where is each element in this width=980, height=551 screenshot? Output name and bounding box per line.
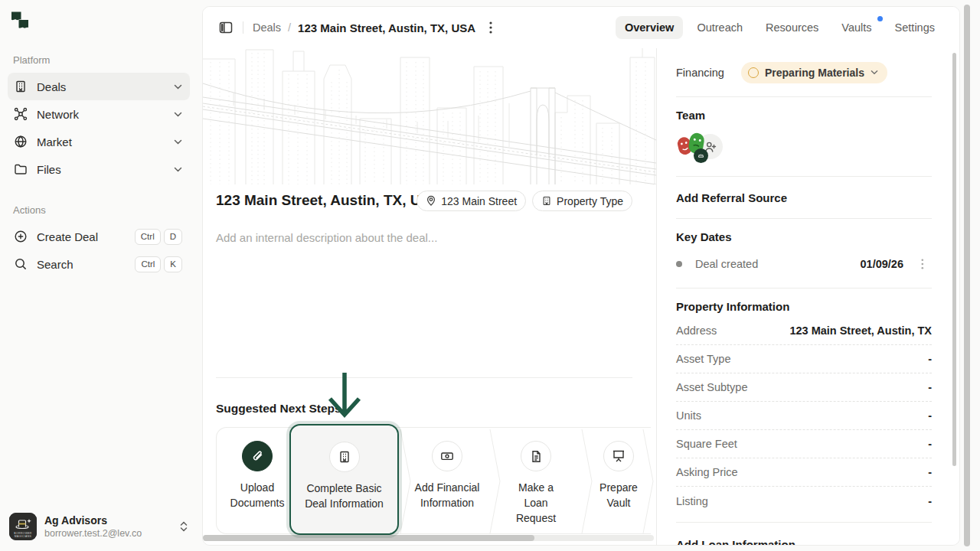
actions-section-label: Actions <box>0 204 201 216</box>
property-row-address: Address 123 Main Street, Austin, TX <box>676 317 932 345</box>
globe-icon <box>14 135 28 148</box>
address-badge-label: 123 Main Street <box>441 195 517 207</box>
sidebar-item-label: Network <box>37 108 174 121</box>
property-row-listing: Listing - <box>676 487 932 515</box>
key-date-value[interactable]: 01/09/26 <box>861 258 903 270</box>
breadcrumb-current: 123 Main Street, Austin, TX, USA <box>298 21 475 34</box>
deal-tabs: Overview Outreach Resources Vaults Setti… <box>616 16 944 39</box>
map-pin-icon <box>426 195 436 207</box>
section-divider <box>216 377 632 378</box>
key-date-menu-button[interactable] <box>913 255 932 273</box>
deal-menu-button[interactable] <box>480 17 501 38</box>
sidebar-item-deals[interactable]: Deals <box>8 73 190 100</box>
add-referral-source-heading: Add Referral Source <box>676 191 787 204</box>
building-icon <box>14 80 28 93</box>
topbar: Deals / 123 Main Street, Austin, TX, USA… <box>203 7 959 48</box>
sidebar-item-label: Market <box>37 135 174 148</box>
chevron-down-icon <box>174 112 182 117</box>
step-label: Prepare Vault <box>592 480 645 510</box>
step-upload-documents[interactable]: Upload Documents <box>217 428 298 535</box>
horizontal-scrollbar-thumb[interactable] <box>203 535 534 541</box>
step-label: Complete Basic Deal Information <box>302 481 387 511</box>
network-icon <box>14 107 28 121</box>
sidebar-section-platform: Platform Deals Network Market <box>0 54 201 183</box>
bullet-icon <box>676 261 682 267</box>
chevron-down-icon <box>871 70 878 75</box>
tab-settings[interactable]: Settings <box>886 16 944 39</box>
chevron-down-icon <box>174 167 182 172</box>
property-information-heading: Property Information <box>676 300 932 313</box>
paperclip-icon <box>242 441 273 471</box>
sidebar: Platform Deals Network Market <box>0 0 201 551</box>
folder-icon <box>14 162 28 176</box>
team-avatars <box>676 132 932 164</box>
arrow-down-annotation <box>325 373 364 426</box>
add-loan-information-heading: Add Loan Information <box>676 538 795 546</box>
team-role-badge-icon <box>694 148 708 163</box>
property-rows: Address 123 Main Street, Austin, TX Asse… <box>676 317 932 515</box>
property-information-section: Property Information Address 123 Main St… <box>676 289 932 523</box>
step-add-financial-information[interactable]: Add Financial Information <box>404 428 490 535</box>
workspace-meta: Ag Advisors borrower.test.2@lev.co <box>44 514 179 540</box>
sidebar-item-network[interactable]: Network <box>8 100 190 128</box>
building-icon <box>541 195 552 207</box>
step-prepare-vault[interactable]: Prepare Vault <box>586 428 652 535</box>
sidebar-item-market[interactable]: Market <box>8 128 190 155</box>
tab-vaults[interactable]: Vaults <box>832 16 880 39</box>
create-deal-shortcut: Ctrl D <box>135 229 182 245</box>
step-label: Make a Loan Request <box>509 480 563 526</box>
workspace-switcher[interactable]: BORROWER MAGICIANS Ag Advisors borrower.… <box>6 508 194 545</box>
presentation-icon <box>603 441 634 471</box>
building-icon <box>329 442 360 472</box>
create-deal-label: Create Deal <box>37 230 135 243</box>
tab-outreach[interactable]: Outreach <box>688 16 752 39</box>
team-heading: Team <box>676 109 932 122</box>
search-button[interactable]: Search Ctrl K <box>8 250 190 278</box>
lev-logo-icon[interactable] <box>9 11 31 32</box>
financing-status-text: Preparing Materials <box>765 67 864 79</box>
file-text-icon <box>521 441 551 471</box>
create-deal-button[interactable]: Create Deal Ctrl D <box>8 223 190 250</box>
sidebar-item-files[interactable]: Files <box>8 155 190 183</box>
tab-overview[interactable]: Overview <box>616 16 684 39</box>
financing-label: Financing <box>676 67 741 79</box>
kbd-d: D <box>164 229 182 245</box>
breadcrumb-separator: / <box>288 21 291 34</box>
deal-main-column: 123 Main Street, Austin, TX, USA 123 Mai… <box>203 48 656 546</box>
sidebar-toggle-button[interactable] <box>215 17 237 38</box>
chevron-down-icon <box>174 84 182 90</box>
key-dates-section: Key Dates Deal created 01/09/26 <box>676 219 932 289</box>
sidebar-item-label: Files <box>37 163 174 176</box>
kbd-ctrl: Ctrl <box>135 229 161 245</box>
step-label: Add Financial Information <box>412 480 482 510</box>
breadcrumb-deals-link[interactable]: Deals <box>253 21 281 34</box>
tab-resources[interactable]: Resources <box>756 16 828 39</box>
deal-cover-image <box>203 48 656 184</box>
step-label: Upload Documents <box>217 480 298 510</box>
banknote-icon <box>432 441 462 471</box>
workspace-name: Ag Advisors <box>44 514 179 527</box>
platform-section-label: Platform <box>0 54 201 66</box>
horizontal-scrollbar-track[interactable] <box>203 535 654 541</box>
next-steps-heading: Suggested Next Steps <box>216 402 341 416</box>
add-loan-information-button[interactable]: Add Loan Information <box>676 523 932 546</box>
property-type-badge[interactable]: Property Type <box>532 191 632 211</box>
financing-section: Financing Preparing Materials <box>676 48 932 97</box>
page-scrollbar-thumb[interactable] <box>964 5 970 546</box>
vaults-notification-dot <box>877 16 883 21</box>
address-badge[interactable]: 123 Main Street <box>416 191 526 211</box>
property-type-badge-label: Property Type <box>557 195 623 207</box>
panel-scrollbar-thumb[interactable] <box>952 53 956 466</box>
status-ring-icon <box>748 67 759 78</box>
plus-circle-icon <box>14 230 28 243</box>
property-row-units: Units - <box>676 402 932 430</box>
property-row-asset-subtype: Asset Subtype - <box>676 373 932 402</box>
add-referral-source-button[interactable]: Add Referral Source <box>676 177 932 219</box>
step-complete-basic-deal-information[interactable]: Complete Basic Deal Information <box>289 424 399 535</box>
property-row-asset-type: Asset Type - <box>676 345 932 373</box>
financing-status-dropdown[interactable]: Preparing Materials <box>741 62 887 83</box>
step-make-a-loan-request[interactable]: Make a Loan Request <box>494 428 578 535</box>
search-shortcut: Ctrl K <box>135 256 182 272</box>
deal-description-field[interactable]: Add an internal description about the de… <box>216 231 437 244</box>
property-row-square-feet: Square Feet - <box>676 430 932 458</box>
